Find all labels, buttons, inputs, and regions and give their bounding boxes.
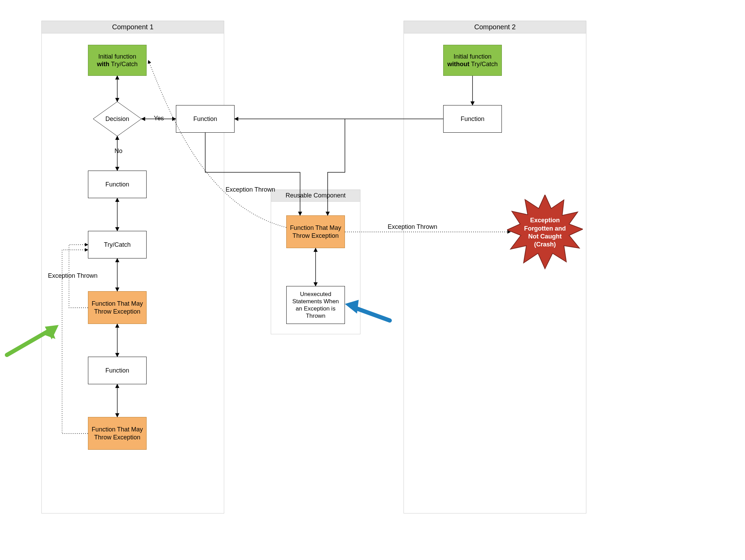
node-c1-throw1-label: Function That May Throw Exception — [90, 300, 144, 315]
node-c1-function-right: Function — [176, 105, 235, 133]
node-crash: Exception Forgotten and Not Caught (Cras… — [507, 195, 583, 271]
container-reusable-title: Reusable Component — [271, 190, 360, 202]
edge-label-exception-left: Exception Thrown — [47, 272, 99, 279]
node-crash-label: Exception Forgotten and Not Caught (Cras… — [507, 195, 583, 271]
node-reusable-unexec: Unexecuted Statements When an Exception … — [286, 286, 345, 324]
node-c1-function-below: Function — [88, 171, 147, 198]
node-c1-function-below-label: Function — [105, 181, 129, 189]
container-component1-title: Component 1 — [42, 21, 224, 33]
edge-label-yes: Yes — [152, 115, 165, 122]
edge-label-exception-mid: Exception Thrown — [224, 186, 277, 193]
edge-label-no: No — [113, 147, 124, 155]
node-decision-label: Decision — [93, 102, 141, 136]
node-c1-trycatch: Try/Catch — [88, 231, 147, 258]
node-c1-function-mid-label: Function — [105, 367, 129, 375]
node-c1-initial: Initial function with Try/Catch — [88, 45, 147, 76]
node-reusable-unexec-label: Unexecuted Statements When an Exception … — [289, 291, 342, 320]
node-c1-throw1: Function That May Throw Exception — [88, 291, 147, 324]
node-c2-initial-line1: Initial function — [454, 53, 491, 60]
node-c1-initial-line1: Initial function — [98, 53, 136, 60]
node-c1-trycatch-label: Try/Catch — [104, 241, 130, 249]
edge-label-exception-right: Exception Thrown — [386, 223, 439, 231]
node-c2-function-label: Function — [460, 115, 484, 123]
node-c1-throw2-label: Function That May Throw Exception — [90, 426, 144, 441]
node-reusable-throw-label: Function That May Throw Exception — [289, 224, 342, 240]
node-c2-function: Function — [443, 105, 502, 133]
node-c2-initial: Initial function without Try/Catch — [443, 45, 502, 76]
node-decision: Decision — [93, 102, 141, 136]
node-c1-initial-bold: with — [97, 61, 109, 68]
node-c1-function-mid: Function — [88, 357, 147, 384]
node-c2-initial-line2: Try/Catch — [469, 61, 498, 68]
diagram-canvas: Component 1 Component 2 Reusable Compone… — [0, 0, 745, 560]
node-c1-function-right-label: Function — [193, 115, 217, 123]
node-reusable-throw: Function That May Throw Exception — [286, 215, 345, 248]
node-c1-throw2: Function That May Throw Exception — [88, 417, 147, 450]
node-c1-initial-line2: Try/Catch — [109, 61, 138, 68]
container-component2-title: Component 2 — [404, 21, 586, 33]
node-c2-initial-bold: without — [447, 61, 469, 68]
